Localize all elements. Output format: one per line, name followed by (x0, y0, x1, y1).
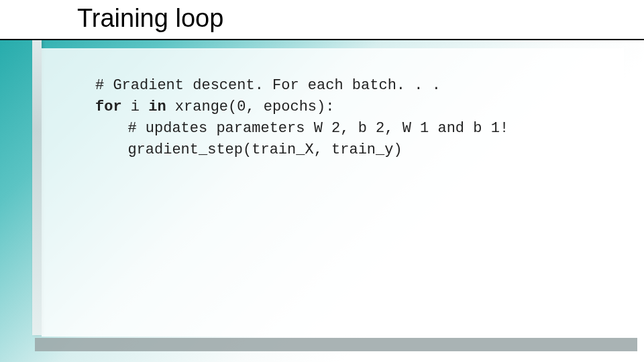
footer-bar (35, 338, 637, 351)
keyword-for: for (95, 99, 122, 115)
code-line-2-tail: xrange(0, epochs): (166, 99, 335, 115)
title-underline (0, 39, 644, 40)
content-area: # Gradient descent. For each batch. . . … (42, 48, 624, 337)
code-line-4: gradient_step(train_X, train_y) (127, 141, 402, 158)
code-line-3: # updates parameters W 2, b 2, W 1 and b… (127, 120, 508, 137)
code-line-2-mid: i (122, 99, 149, 115)
slide-title: Training loop (77, 4, 223, 33)
left-accent-bar (32, 40, 42, 335)
keyword-in: in (148, 99, 166, 115)
code-block: # Gradient descent. For each batch. . . … (95, 75, 590, 161)
code-line-1: # Gradient descent. For each batch. . . (95, 77, 441, 94)
slide: Training loop # Gradient descent. For ea… (0, 0, 644, 362)
